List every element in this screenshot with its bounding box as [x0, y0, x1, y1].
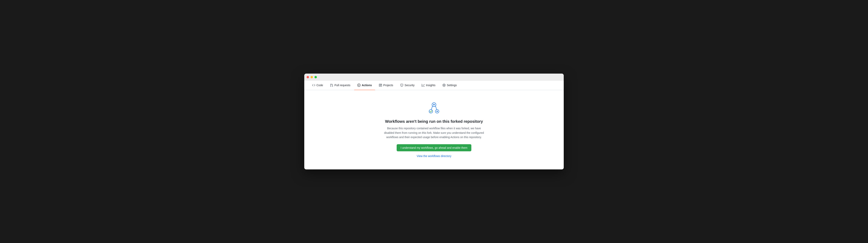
actions-icon — [357, 84, 361, 87]
nav-item-settings[interactable]: Settings — [439, 81, 460, 90]
workflow-illustration — [428, 102, 440, 114]
minimize-button[interactable] — [311, 76, 313, 78]
svg-point-4 — [429, 110, 433, 113]
nav-label-security: Security — [404, 84, 414, 87]
nav-label-settings: Settings — [447, 84, 457, 87]
pull-request-icon — [330, 84, 333, 87]
empty-state-title: Workflows aren't being run on this forke… — [385, 119, 483, 124]
code-icon — [312, 84, 315, 87]
nav-item-security[interactable]: Security — [397, 81, 418, 90]
insights-icon — [422, 84, 425, 87]
nav-item-projects[interactable]: Projects — [376, 81, 397, 90]
browser-window: Code Pull requests Actions — [304, 74, 564, 169]
svg-point-6 — [437, 111, 438, 112]
navbar: Code Pull requests Actions — [304, 81, 564, 90]
nav-item-pull-requests[interactable]: Pull requests — [327, 81, 353, 90]
empty-state-description: Because this repository contained workfl… — [383, 126, 485, 139]
nav-label-insights: Insights — [426, 84, 435, 87]
security-icon — [400, 84, 403, 87]
nav-label-actions: Actions — [362, 84, 372, 87]
titlebar — [304, 74, 564, 81]
nav-item-code[interactable]: Code — [309, 81, 326, 90]
settings-icon — [442, 84, 445, 87]
nav-item-insights[interactable]: Insights — [418, 81, 438, 90]
svg-line-2 — [431, 106, 432, 110]
view-workflows-link[interactable]: View the workflows directory — [417, 155, 451, 158]
nav-label-pull-requests: Pull requests — [334, 84, 350, 87]
maximize-button[interactable] — [314, 76, 317, 78]
enable-actions-button[interactable]: I understand my workflows, go ahead and … — [397, 144, 471, 151]
main-content: Workflows aren't being run on this forke… — [304, 90, 564, 169]
projects-icon — [379, 84, 382, 87]
svg-line-3 — [436, 106, 437, 110]
nav-item-actions[interactable]: Actions — [354, 81, 375, 90]
nav-label-projects: Projects — [383, 84, 393, 87]
close-button[interactable] — [307, 76, 309, 78]
nav-label-code: Code — [316, 84, 323, 87]
